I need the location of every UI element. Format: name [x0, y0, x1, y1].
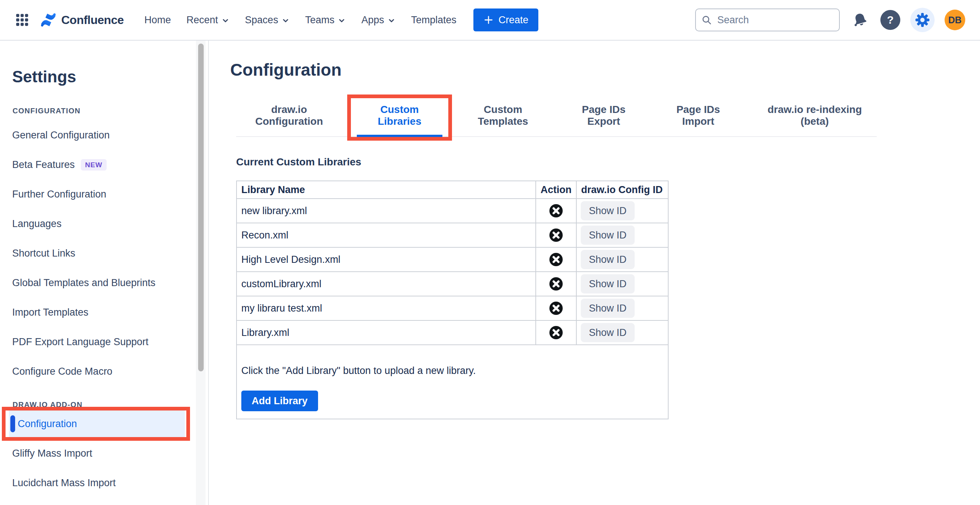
sidebar-title: Settings — [12, 67, 208, 86]
avatar-initials: DB — [948, 15, 962, 25]
library-name-cell: Recon.xml — [237, 223, 536, 247]
sidebar-item-general-configuration[interactable]: General Configuration — [12, 120, 192, 150]
delete-library-button[interactable] — [549, 326, 563, 339]
x-circle-icon — [549, 277, 563, 291]
sidebar-item-label: Lucidchart Mass Import — [12, 477, 116, 489]
tab-custom-libraries[interactable]: Custom Libraries — [357, 104, 442, 137]
bell-icon — [852, 12, 868, 28]
search-box — [695, 8, 840, 31]
nav-apps[interactable]: Apps — [355, 10, 402, 30]
sidebar-item-configure-code-macro[interactable]: Configure Code Macro — [12, 357, 192, 386]
table-footer-hint: Click the "Add Library" button to upload… — [241, 365, 663, 376]
sidebar-item-configuration-selected[interactable]: Configuration — [9, 411, 185, 437]
sidebar-item-label: Configure Code Macro — [12, 366, 113, 377]
delete-library-button[interactable] — [549, 253, 563, 266]
help-button[interactable]: ? — [880, 10, 900, 30]
create-button-label: Create — [498, 14, 528, 26]
notifications-button[interactable] — [850, 10, 870, 30]
tab-page-ids-export[interactable]: Page IDs Export — [564, 104, 644, 137]
column-header-action: Action — [536, 181, 576, 199]
sidebar-item-label: Further Configuration — [12, 189, 106, 200]
tab-label: Custom Libraries — [378, 104, 422, 127]
main-content: Configuration draw.io Configuration Cust… — [209, 41, 980, 505]
sidebar-item-label: Beta Features — [12, 159, 75, 170]
sidebar-item-label: General Configuration — [12, 129, 110, 141]
sidebar-item-languages[interactable]: Languages — [12, 209, 192, 239]
delete-library-button[interactable] — [549, 277, 563, 291]
sidebar-scrollbar-thumb[interactable] — [198, 43, 204, 371]
delete-library-button[interactable] — [549, 204, 563, 218]
section-heading: Current Custom Libraries — [236, 156, 980, 168]
library-name-cell: my libraru test.xml — [237, 296, 536, 320]
sidebar-item-label: Shortcut Links — [12, 248, 75, 259]
column-header-library-name: Library Name — [237, 181, 536, 199]
tab-drawio-configuration[interactable]: draw.io Configuration — [236, 104, 342, 137]
nav-templates[interactable]: Templates — [404, 10, 463, 30]
show-id-button[interactable]: Show ID — [581, 274, 635, 293]
tab-drawio-reindexing[interactable]: draw.io re-indexing (beta) — [753, 104, 877, 137]
x-circle-icon — [549, 228, 563, 242]
logo-wordmark: Confluence — [61, 13, 124, 27]
nav-recent-label: Recent — [186, 14, 218, 26]
app-grid-icon — [16, 13, 29, 27]
show-id-button[interactable]: Show ID — [581, 299, 635, 318]
sidebar-section-configuration: CONFIGURATION — [13, 106, 208, 115]
tab-label: Page IDs Import — [676, 104, 720, 127]
show-id-button[interactable]: Show ID — [581, 226, 635, 245]
show-id-button[interactable]: Show ID — [581, 250, 635, 269]
sidebar-item-label: Configuration — [18, 418, 77, 430]
add-library-button[interactable]: Add Library — [241, 390, 318, 411]
tab-page-ids-import[interactable]: Page IDs Import — [659, 104, 738, 137]
avatar[interactable]: DB — [945, 10, 965, 30]
sidebar-item-label: Global Templates and Blueprints — [12, 277, 155, 289]
table-header-row: Library Name Action draw.io Config ID — [237, 181, 668, 199]
nav-home[interactable]: Home — [138, 10, 178, 30]
sidebar-item-shortcut-links[interactable]: Shortcut Links — [12, 239, 192, 268]
search-input[interactable] — [717, 14, 834, 26]
table-row: customLibrary.xml Show ID — [237, 272, 668, 296]
delete-library-button[interactable] — [549, 301, 563, 315]
nav-apps-label: Apps — [361, 14, 384, 26]
app-switcher-button[interactable] — [13, 11, 31, 29]
tab-custom-templates[interactable]: Custom Templates — [457, 104, 549, 137]
sidebar-item-pdf-export-language[interactable]: PDF Export Language Support — [12, 327, 192, 357]
tab-label: draw.io re-indexing (beta) — [767, 104, 862, 127]
gear-icon — [915, 12, 930, 28]
nav-spaces[interactable]: Spaces — [239, 10, 296, 30]
table-row: High Level Design.xml Show ID — [237, 247, 668, 272]
tab-bar: draw.io Configuration Custom Libraries C… — [236, 104, 877, 137]
chevron-down-icon — [221, 17, 229, 25]
sidebar-section-drawio-addon: DRAW.IO ADD-ON — [13, 400, 208, 409]
page-title: Configuration — [230, 60, 980, 80]
tab-label: Page IDs Export — [582, 104, 625, 127]
sidebar-item-gliffy-mass-import[interactable]: Gliffy Mass Import — [12, 438, 192, 468]
topbar-left: Confluence Home Recent Spaces Teams — [13, 8, 538, 31]
delete-library-button[interactable] — [549, 228, 563, 242]
create-button[interactable]: Create — [473, 8, 538, 31]
nav-home-label: Home — [144, 14, 171, 26]
settings-button[interactable] — [910, 8, 935, 32]
primary-nav: Home Recent Spaces Teams Apps — [138, 10, 463, 30]
confluence-logo-icon — [40, 12, 57, 28]
sidebar-item-further-configuration[interactable]: Further Configuration — [12, 179, 192, 209]
column-header-config-id: draw.io Config ID — [576, 181, 668, 199]
help-icon: ? — [887, 14, 894, 26]
nav-recent[interactable]: Recent — [180, 10, 236, 30]
nav-teams[interactable]: Teams — [299, 10, 353, 30]
show-id-button[interactable]: Show ID — [581, 201, 635, 220]
sidebar-item-import-templates[interactable]: Import Templates — [12, 298, 192, 327]
sidebar-item-global-templates[interactable]: Global Templates and Blueprints — [12, 268, 192, 298]
table-row: Recon.xml Show ID — [237, 223, 668, 247]
show-id-button[interactable]: Show ID — [581, 323, 635, 342]
sidebar-item-label: Gliffy Mass Import — [12, 448, 92, 459]
confluence-logo[interactable]: Confluence — [40, 12, 124, 28]
chevron-down-icon — [387, 17, 396, 25]
selected-indicator — [10, 415, 15, 432]
confluence-settings-page: Confluence Home Recent Spaces Teams — [0, 0, 980, 505]
nav-templates-label: Templates — [411, 14, 457, 26]
sidebar-section-drawio-list: Configuration Gliffy Mass Import Lucidch… — [0, 411, 208, 498]
sidebar-item-lucidchart-mass-import[interactable]: Lucidchart Mass Import — [12, 468, 192, 498]
sidebar-item-beta-features[interactable]: Beta Features NEW — [12, 150, 192, 179]
x-circle-icon — [549, 204, 563, 218]
tab-label: draw.io Configuration — [255, 104, 323, 127]
